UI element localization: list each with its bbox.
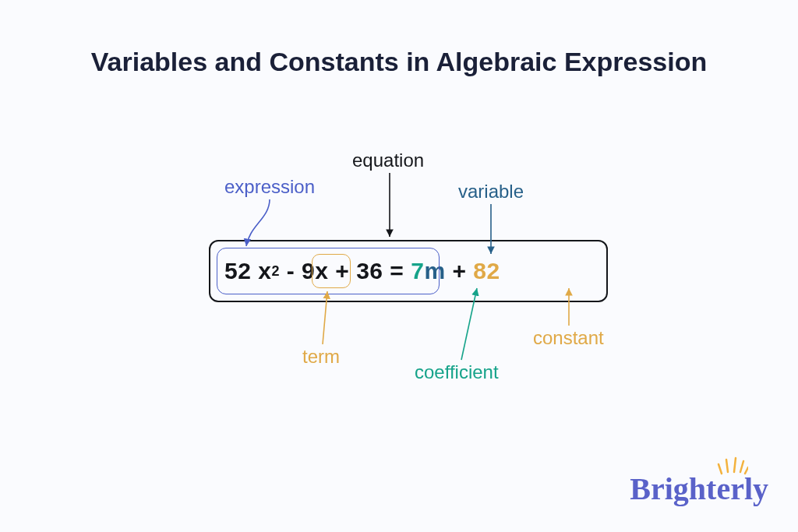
- sun-icon: [717, 456, 748, 475]
- label-term: term: [302, 346, 340, 368]
- label-expression: expression: [224, 176, 315, 198]
- svg-line-4: [745, 467, 748, 474]
- svg-line-2: [734, 458, 736, 472]
- term-box: [312, 254, 351, 288]
- brand-text: Brighterly: [630, 471, 768, 506]
- svg-line-3: [740, 461, 743, 472]
- svg-line-1: [726, 460, 728, 472]
- svg-line-0: [719, 464, 722, 474]
- diagram-canvas: Variables and Constants in Algebraic Exp…: [0, 0, 798, 532]
- label-constant: constant: [533, 327, 604, 349]
- arrow-expression: [246, 199, 270, 246]
- label-equation: equation: [352, 150, 424, 171]
- constant-82: 82: [473, 258, 500, 284]
- label-coefficient: coefficient: [415, 361, 499, 383]
- page-title: Variables and Constants in Algebraic Exp…: [0, 47, 798, 77]
- label-variable: variable: [458, 181, 524, 203]
- brand-logo: Brighterly: [630, 470, 768, 507]
- op-plus2: +: [446, 258, 474, 284]
